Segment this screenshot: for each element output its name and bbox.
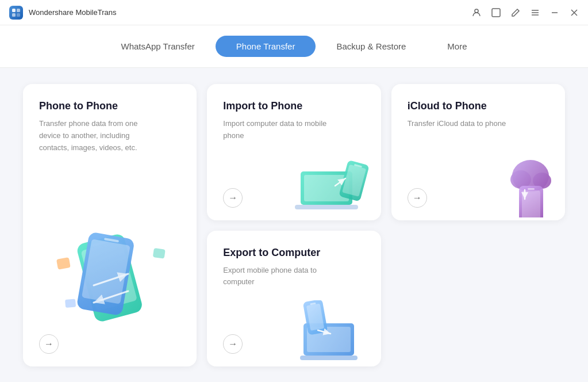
card-desc-import: Import computer data to mobile phone [223, 118, 338, 142]
card-desc-export: Export mobile phone data to computer [223, 265, 338, 289]
svg-rect-14 [65, 299, 76, 308]
svg-rect-12 [56, 257, 71, 270]
edit-icon[interactable] [511, 8, 520, 17]
import-illustration [295, 154, 375, 217]
svg-rect-19 [342, 164, 366, 196]
svg-rect-5 [492, 9, 500, 17]
titlebar-controls [472, 8, 579, 17]
svg-rect-29 [300, 356, 358, 360]
card-desc-icloud: Transfer iCloud data to phone [408, 118, 522, 130]
nav-tabs: WhatsApp Transfer Phone Transfer Backup … [0, 25, 588, 68]
card-title-export: Export to Computer [223, 247, 364, 259]
card-arrow-phone-to-phone[interactable]: → [39, 334, 59, 354]
titlebar: Wondershare MobileTrans [0, 0, 588, 25]
svg-rect-2 [12, 13, 16, 17]
svg-rect-13 [153, 248, 166, 259]
app-title: Wondershare MobileTrans [29, 8, 116, 17]
titlebar-left: Wondershare MobileTrans [9, 6, 116, 20]
close-icon[interactable] [570, 8, 579, 17]
app-icon [9, 6, 23, 20]
card-title-phone-to-phone: Phone to Phone [39, 100, 180, 112]
svg-rect-3 [17, 13, 20, 17]
minimize-icon[interactable] [550, 8, 559, 17]
tab-phone[interactable]: Phone Transfer [216, 36, 316, 57]
card-arrow-import[interactable]: → [223, 188, 243, 208]
card-icloud-to-phone: iCloud to Phone Transfer iCloud data to … [391, 84, 565, 220]
card-export-to-computer: Export to Computer Export mobile phone d… [207, 231, 381, 367]
tab-backup[interactable]: Backup & Restore [316, 36, 426, 57]
svg-rect-1 [17, 9, 20, 12]
card-title-icloud: iCloud to Phone [408, 100, 549, 112]
svg-point-4 [475, 9, 478, 13]
account-icon[interactable] [472, 8, 481, 17]
card-phone-to-phone: Phone to Phone Transfer phone data from … [23, 84, 197, 366]
card-arrow-export[interactable]: → [223, 334, 243, 354]
card-arrow-icloud[interactable]: → [408, 188, 427, 208]
svg-rect-0 [12, 9, 16, 12]
export-illustration [295, 300, 375, 364]
main-content: Phone to Phone Transfer phone data from … [0, 68, 588, 382]
card-title-import: Import to Phone [223, 100, 364, 112]
window-icon[interactable] [491, 8, 501, 17]
tab-whatsapp[interactable]: WhatsApp Transfer [100, 36, 215, 57]
svg-rect-17 [295, 205, 358, 209]
card-import-to-phone: Import to Phone Import computer data to … [207, 84, 381, 220]
menu-icon[interactable] [531, 8, 540, 17]
card-desc-phone-to-phone: Transfer phone data from one device to a… [39, 118, 154, 154]
svg-rect-26 [528, 188, 535, 190]
icloud-illustration [482, 154, 562, 217]
tab-more[interactable]: More [426, 36, 487, 57]
